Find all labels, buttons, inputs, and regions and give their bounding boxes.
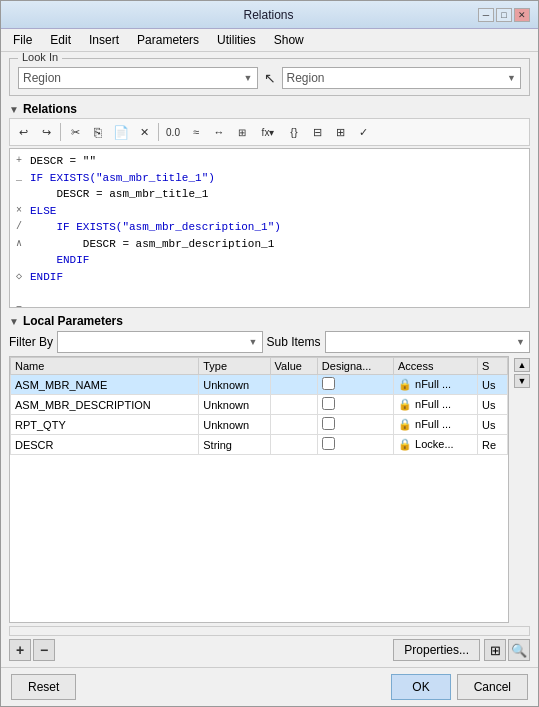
check-button[interactable]: ✓ [352,121,374,143]
row2-designa [317,395,393,415]
look-in-dropdown2[interactable]: Region ▼ [282,67,522,89]
window-controls: ─ □ ✕ [478,8,530,22]
filter-by-dropdown[interactable]: ▼ [57,331,262,353]
look-in-dropdown1-value: Region [23,71,61,85]
doc-button[interactable]: ⊟ [306,121,328,143]
look-in-label: Look In [18,52,62,63]
code-line-2: _ IF EXISTS("asm_mbr_title_1") [16,170,523,187]
relations-collapse-arrow[interactable]: ▼ [9,104,19,115]
filter-dropdown-arrow: ▼ [249,337,258,347]
menu-insert[interactable]: Insert [81,31,127,49]
minimize-button[interactable]: ─ [478,8,494,22]
cancel-button[interactable]: Cancel [457,674,528,700]
close-button[interactable]: ✕ [514,8,530,22]
relations-section: ▼ Relations ↩ ↪ ✂ ⎘ 📄 ✕ 0.0 ≈ ↔ ⊞ fx▾ {}… [9,102,530,308]
dropdown2-arrow: ▼ [507,73,516,83]
properties-button[interactable]: Properties... [393,639,480,661]
equals-button[interactable]: ≈ [185,121,207,143]
move-up-button[interactable]: ▲ [514,358,530,372]
arrow-button[interactable]: ↔ [208,121,230,143]
code-editor[interactable]: + DESCR = "" _ IF EXISTS("asm_mbr_title_… [9,148,530,308]
table-button[interactable]: ⊞ [329,121,351,143]
chart-button[interactable]: ⊞ [231,121,253,143]
toolbar-separator2 [158,123,159,141]
menu-utilities[interactable]: Utilities [209,31,264,49]
content-area: Look In Region ▼ ↖ Region ▼ ▼ Relations [1,52,538,667]
params-table: Name Type Value Designa... Access S ASM_… [9,356,509,623]
row4-type: String [199,435,270,455]
local-params-label: Local Parameters [23,314,123,328]
row3-s: Us [477,415,507,435]
col-designa: Designa... [317,358,393,375]
row3-designa [317,415,393,435]
table-row[interactable]: ASM_MBR_NAME Unknown 🔒 nFull ... Us [11,375,508,395]
ok-button[interactable]: OK [391,674,450,700]
cursor-icon: ↖ [262,70,278,86]
col-type: Type [199,358,270,375]
row2-access: 🔒 nFull ... [393,395,477,415]
search-button[interactable]: 🔍 [508,639,530,661]
local-params-collapse-arrow[interactable]: ▼ [9,316,19,327]
bottom-bar: Reset OK Cancel [1,667,538,706]
menu-file[interactable]: File [5,31,40,49]
col-access: Access [393,358,477,375]
table-row[interactable]: DESCR String 🔒 Locke... Re [11,435,508,455]
sub-items-dropdown[interactable]: ▼ [325,331,530,353]
row1-access: 🔒 nFull ... [393,375,477,395]
braces-button[interactable]: {} [283,121,305,143]
row1-designa [317,375,393,395]
row4-designa [317,435,393,455]
row1-s: Us [477,375,507,395]
fx-button[interactable]: fx▾ [254,121,282,143]
row2-type: Unknown [199,395,270,415]
col-s: S [477,358,507,375]
look-in-dropdown1[interactable]: Region ▼ [18,67,258,89]
code-line-7: ENDIF [16,252,523,269]
filter-by-label: Filter By [9,335,53,349]
code-line-5: / IF EXISTS("asm_mbr_description_1") [16,219,523,236]
row3-access: 🔒 nFull ... [393,415,477,435]
maximize-button[interactable]: □ [496,8,512,22]
copy-button[interactable]: ⎘ [87,121,109,143]
code-line-8: ◇ ENDIF [16,269,523,286]
row3-value [270,415,317,435]
redo-button[interactable]: ↪ [35,121,57,143]
table-row[interactable]: RPT_QTY Unknown 🔒 nFull ... Us [11,415,508,435]
table-scrollbar[interactable] [9,626,530,636]
local-params-header: ▼ Local Parameters [9,314,530,328]
code-line-10: = [16,302,523,309]
row4-s: Re [477,435,507,455]
add-parameter-button[interactable]: + [9,639,31,661]
code-line-3: DESCR = asm_mbr_title_1 [16,186,523,203]
side-buttons: ⊞ 🔍 [484,639,530,661]
format-button[interactable]: 0.0 [162,121,184,143]
reset-button[interactable]: Reset [11,674,76,700]
col-name: Name [11,358,199,375]
row3-name: RPT_QTY [11,415,199,435]
code-line-6: ∧ DESCR = asm_mbr_description_1 [16,236,523,253]
local-parameters-section: ▼ Local Parameters Filter By ▼ Sub Items… [9,314,530,661]
table-row[interactable]: ASM_MBR_DESCRIPTION Unknown 🔒 nFull ... … [11,395,508,415]
relations-header: ▼ Relations [9,102,530,116]
remove-parameter-button[interactable]: − [33,639,55,661]
row4-access: 🔒 Locke... [393,435,477,455]
paste-button[interactable]: 📄 [110,121,132,143]
delete-button[interactable]: ✕ [133,121,155,143]
params-actions: + − Properties... ⊞ 🔍 [9,639,530,661]
cut-button[interactable]: ✂ [64,121,86,143]
right-buttons: OK Cancel [391,674,528,700]
menu-show[interactable]: Show [266,31,312,49]
main-window: Relations ─ □ ✕ File Edit Insert Paramet… [0,0,539,707]
window-title: Relations [59,8,478,22]
grid-view-button[interactable]: ⊞ [484,639,506,661]
code-line-1: + DESCR = "" [16,153,523,170]
relations-toolbar: ↩ ↪ ✂ ⎘ 📄 ✕ 0.0 ≈ ↔ ⊞ fx▾ {} ⊟ ⊞ ✓ [9,118,530,146]
code-line-9 [16,285,523,302]
undo-button[interactable]: ↩ [12,121,34,143]
row2-s: Us [477,395,507,415]
col-value: Value [270,358,317,375]
menu-parameters[interactable]: Parameters [129,31,207,49]
menu-edit[interactable]: Edit [42,31,79,49]
look-in-row: Region ▼ ↖ Region ▼ [18,67,521,89]
move-down-button[interactable]: ▼ [514,374,530,388]
